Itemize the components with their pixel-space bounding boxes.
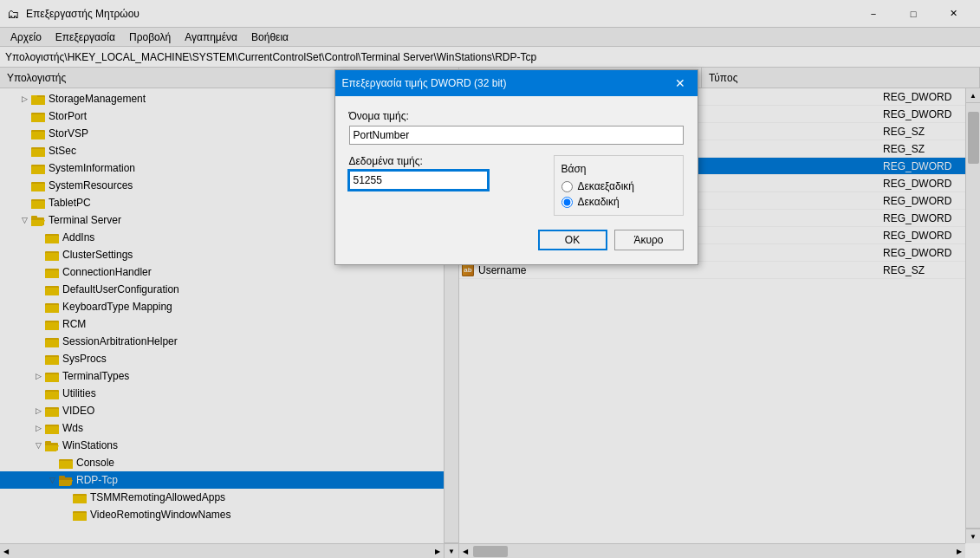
value-name-input[interactable] — [349, 126, 684, 145]
ok-button[interactable]: OK — [538, 230, 607, 250]
radio-dec[interactable]: Δεκαδική — [561, 196, 676, 208]
dialog-row: Δεδομένα τιμής: Βάση Δεκαεξαδική Δεκαδικ… — [349, 155, 684, 216]
cancel-button[interactable]: Άκυρο — [614, 230, 684, 250]
radio-hex-label: Δεκαεξαδική — [578, 180, 635, 192]
dialog-body: Όνομα τιμής: Δεδομένα τιμής: Βάση Δεκαεξ… — [335, 96, 698, 264]
value-data-label: Δεδομένα τιμής: — [349, 155, 543, 167]
radio-dec-input[interactable] — [561, 197, 573, 208]
value-data-input[interactable] — [349, 171, 488, 190]
base-group: Βάση Δεκαεξαδική Δεκαδική — [554, 155, 684, 216]
dialog-edit-dword: Επεξεργασία τιμής DWORD (32 bit) ✕ Όνομα… — [334, 69, 698, 265]
radio-hex-input[interactable] — [561, 181, 573, 192]
dialog-title: Επεξεργασία τιμής DWORD (32 bit) — [342, 77, 670, 89]
dialog-buttons: OK Άκυρο — [349, 230, 684, 250]
base-label: Βάση — [561, 163, 676, 175]
dialog-title-bar: Επεξεργασία τιμής DWORD (32 bit) ✕ — [335, 70, 698, 96]
dialog-close-button[interactable]: ✕ — [670, 73, 691, 94]
radio-hex[interactable]: Δεκαεξαδική — [561, 180, 676, 192]
data-section: Δεδομένα τιμής: — [349, 155, 543, 216]
modal-overlay: Επεξεργασία τιμής DWORD (32 bit) ✕ Όνομα… — [0, 0, 980, 558]
radio-group: Δεκαεξαδική Δεκαδική — [561, 180, 676, 208]
radio-dec-label: Δεκαδική — [578, 196, 620, 208]
value-name-label: Όνομα τιμής: — [349, 110, 684, 122]
